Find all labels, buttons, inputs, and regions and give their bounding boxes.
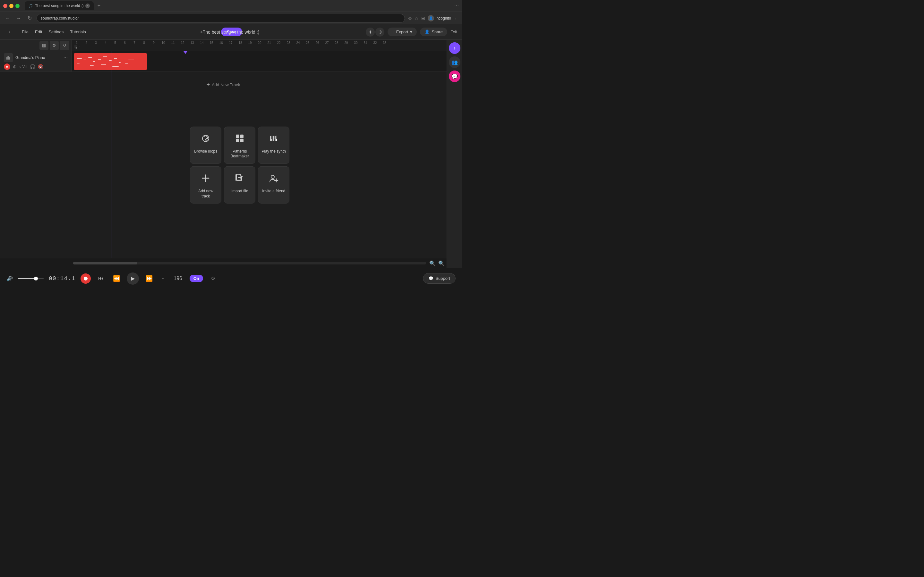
forward-nav-button[interactable]: →	[15, 15, 23, 21]
timeline-header-row: ▦ ⚙ ↺ → ← ↺	[0, 40, 447, 51]
scrollbar-thumb[interactable]	[73, 262, 137, 264]
rewind-button[interactable]: ⏪	[111, 274, 121, 284]
zoom-in-button[interactable]: 🔍	[438, 259, 445, 267]
volume-slider[interactable]	[18, 278, 44, 279]
grid-view-icon[interactable]: ▦	[39, 41, 48, 50]
save-button[interactable]: Save	[221, 27, 242, 36]
headphones-icon[interactable]: 🎧	[30, 64, 35, 69]
transport-divider: -	[160, 275, 166, 282]
volume-track-icon[interactable]: ○ Vol	[19, 65, 27, 69]
playhead-marker	[184, 51, 187, 54]
refresh-button[interactable]: ↻	[245, 27, 254, 37]
edit-menu[interactable]: Edit	[35, 29, 42, 34]
ruler-numbers: 1 2 3 4 5 6 7 8 9 10 11 12 13	[72, 40, 389, 51]
mute-icon[interactable]: 🔇	[38, 64, 43, 69]
bookmark-icon[interactable]: ☆	[415, 16, 419, 21]
download-icon: ↓	[392, 29, 394, 34]
midi-icon[interactable]: ⊕	[13, 64, 17, 69]
invite-friend-card[interactable]: Invite a friend	[258, 166, 289, 203]
midi-note	[103, 56, 107, 57]
ruler-right: → ← ↺ 1 2 3 4 5 6 7	[72, 40, 447, 51]
toolbar-right: ☀ ☽ ↓ Export ▾ 👤 Share Exit	[366, 27, 457, 37]
midi-note	[83, 60, 86, 60]
import-file-label: Import file	[231, 189, 248, 194]
exit-button[interactable]: Exit	[451, 30, 457, 34]
play-synth-card[interactable]: Play the synth	[258, 127, 289, 164]
options-panel: Browse loops Patterns Beatmaker	[190, 127, 289, 203]
screen-share-icon[interactable]: ⊗	[408, 16, 412, 21]
record-button[interactable]	[81, 274, 91, 284]
export-label: Export	[396, 29, 409, 34]
timeline-settings-icon[interactable]: ⚙	[50, 41, 59, 50]
support-button[interactable]: 💬 Support	[423, 273, 456, 284]
add-new-track-button[interactable]: + Add New Track	[187, 81, 259, 88]
fast-forward-button[interactable]: ⏩	[144, 274, 154, 284]
midi-note	[112, 66, 119, 67]
browser-more-button[interactable]: ⋯	[454, 3, 459, 8]
dark-theme-button[interactable]: ☽	[375, 27, 384, 37]
transport-settings-button[interactable]: ⚙	[208, 274, 218, 284]
record-arm-button[interactable]: R	[4, 63, 10, 70]
settings-menu[interactable]: Settings	[48, 29, 63, 34]
svg-rect-6	[236, 135, 239, 138]
timeline-settings: ▦ ⚙ ↺	[39, 41, 69, 50]
music-note-button[interactable]: ♪	[449, 42, 460, 54]
back-button[interactable]: ←	[5, 27, 15, 37]
horizontal-scrollbar[interactable]	[73, 262, 426, 264]
add-track-area[interactable]: + Add New Track	[0, 72, 447, 97]
new-tab-button[interactable]: +	[95, 2, 103, 10]
browse-loops-card[interactable]: Browse loops	[190, 127, 221, 164]
undo-timeline-icon[interactable]: ↺	[60, 41, 69, 50]
active-tab[interactable]: 🎵 The best song in the world :) ✕	[25, 1, 94, 10]
timeline-ruler[interactable]: → ← ↺ 1 2 3 4 5 6 7	[72, 40, 447, 51]
browser-menu-icon[interactable]: ⋮	[454, 16, 458, 21]
add-new-track-card[interactable]: Add new track	[190, 166, 221, 203]
browse-loops-icon	[200, 133, 211, 146]
chat-button[interactable]: 💬	[449, 71, 460, 82]
fullscreen-button[interactable]	[15, 4, 19, 8]
menu-items: File Edit Settings Tutorials	[22, 29, 86, 34]
timeline-header-left: ▦ ⚙ ↺	[0, 40, 72, 51]
on-badge[interactable]: On	[190, 275, 203, 282]
light-theme-button[interactable]: ☀	[366, 27, 375, 37]
import-file-card[interactable]: Import file	[224, 166, 255, 203]
reload-nav-button[interactable]: ↻	[26, 15, 33, 21]
track-more-button[interactable]: ···	[63, 55, 68, 61]
undo-button[interactable]: ↩	[198, 27, 207, 37]
instrument-icon[interactable]	[4, 53, 13, 62]
users-button[interactable]: 👥	[449, 56, 460, 68]
tutorials-menu[interactable]: Tutorials	[70, 29, 86, 34]
midi-note	[114, 58, 117, 59]
zoom-out-button[interactable]: 🔍	[429, 259, 436, 267]
address-input[interactable]: soundtrap.com/studio/	[37, 14, 405, 23]
track-content[interactable]	[72, 51, 447, 71]
file-menu[interactable]: File	[22, 29, 29, 34]
tab-close-button[interactable]: ✕	[86, 3, 90, 8]
export-button[interactable]: ↓ Export ▾	[388, 27, 417, 36]
svg-rect-3	[9, 57, 10, 60]
extensions-icon[interactable]: ⊞	[421, 16, 425, 21]
add-new-track-icon	[200, 173, 211, 185]
close-button[interactable]	[3, 4, 7, 8]
browse-loops-label: Browse loops	[194, 149, 217, 154]
svg-rect-12	[273, 136, 274, 141]
browser-chrome: 🎵 The best song in the world :) ✕ + ⋯	[0, 0, 462, 11]
tracks-container[interactable]: Grandma's Piano ··· R ⊕ ○ Vol 🎧 🔇	[0, 51, 447, 258]
svg-rect-1	[7, 56, 8, 60]
play-button[interactable]: ▶	[127, 272, 139, 285]
midi-block[interactable]	[74, 53, 147, 70]
profile-badge[interactable]: 👤 Incognito	[428, 15, 451, 21]
app: ← File Edit Settings Tutorials ↩ ↪ Save …	[0, 24, 462, 288]
profile-name: Incognito	[435, 16, 451, 21]
back-nav-button[interactable]: ←	[4, 15, 11, 21]
redo-button[interactable]: ↪	[210, 27, 218, 37]
right-sidebar: ♪ 👥 💬	[447, 40, 462, 268]
share-button[interactable]: 👤 Share	[420, 27, 447, 36]
skip-back-button[interactable]: ⏮	[96, 274, 106, 284]
svg-rect-15	[271, 136, 272, 139]
svg-rect-8	[236, 139, 239, 142]
patterns-beatmaker-card[interactable]: Patterns Beatmaker	[224, 127, 255, 164]
midi-notes	[74, 53, 147, 70]
track-row: Grandma's Piano ··· R ⊕ ○ Vol 🎧 🔇	[0, 51, 447, 72]
minimize-button[interactable]	[9, 4, 13, 8]
